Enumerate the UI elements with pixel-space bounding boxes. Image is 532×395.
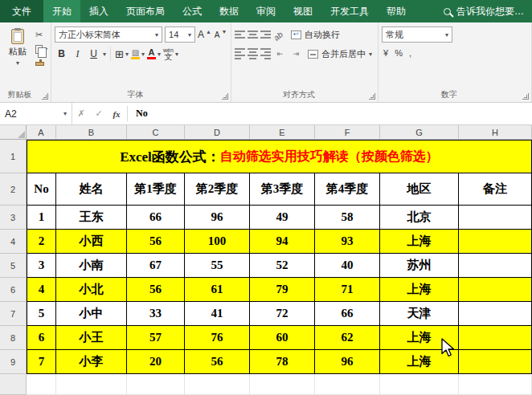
align-bottom-button[interactable] [260, 31, 271, 39]
font-dialog-launcher[interactable] [222, 93, 228, 100]
cell[interactable]: 52 [250, 254, 315, 278]
cell[interactable]: 49 [250, 206, 315, 230]
cell[interactable]: 7 [27, 350, 56, 374]
cell[interactable] [250, 374, 315, 395]
cell[interactable]: 小西 [56, 230, 127, 254]
cell[interactable]: 61 [185, 278, 250, 302]
header-cell[interactable]: 备注 [459, 173, 532, 206]
cell[interactable]: 72 [250, 302, 315, 326]
cell[interactable]: 4 [27, 278, 56, 302]
percent-style-button[interactable]: % [395, 48, 403, 58]
cell[interactable]: 小北 [56, 278, 127, 302]
cut-button[interactable]: ✂ [35, 30, 47, 40]
banner-cell[interactable]: Excel函数公式：自动筛选实用技巧解读（按颜色筛选） [27, 140, 532, 173]
copy-button[interactable]: ▾ [35, 44, 47, 55]
cell[interactable] [459, 230, 532, 254]
cell[interactable]: 76 [185, 326, 250, 350]
comma-style-button[interactable]: , [409, 48, 411, 58]
cell[interactable]: 北京 [380, 206, 459, 230]
cell[interactable]: 96 [315, 350, 380, 374]
header-cell[interactable]: 第2季度 [185, 173, 250, 206]
cell[interactable]: 56 [127, 278, 185, 302]
column-header-f[interactable]: F [315, 125, 380, 140]
tab-review[interactable]: 审阅 [248, 0, 284, 22]
cell[interactable]: 78 [250, 350, 315, 374]
align-center-button[interactable] [248, 48, 258, 59]
formula-input[interactable]: No [129, 103, 532, 124]
font-color-button[interactable]: A▾ [147, 46, 161, 62]
select-all-button[interactable] [0, 125, 27, 140]
cell[interactable]: 2 [27, 230, 56, 254]
cell[interactable]: 上海 [380, 230, 459, 254]
cell[interactable]: 57 [127, 326, 185, 350]
tab-data[interactable]: 数据 [211, 0, 248, 22]
header-cell[interactable]: No [27, 173, 56, 206]
accounting-format-button[interactable]: ¥ [383, 48, 388, 58]
column-header-b[interactable]: B [56, 125, 127, 140]
row-header-8[interactable]: 8 [0, 326, 27, 350]
chevron-down-icon[interactable]: ▾ [445, 31, 448, 39]
cell[interactable]: 20 [127, 350, 185, 374]
cell[interactable] [27, 374, 56, 395]
cell[interactable]: 58 [315, 206, 380, 230]
merge-center-button[interactable]: 合并后居中 ▾ [305, 45, 374, 63]
column-header-a[interactable]: A [27, 125, 56, 140]
borders-button[interactable]: ⊞▾ [115, 46, 129, 62]
cell[interactable]: 55 [185, 254, 250, 278]
cell[interactable]: 67 [127, 254, 185, 278]
cell[interactable]: 上海 [380, 350, 459, 374]
cell[interactable] [127, 374, 185, 395]
cell[interactable]: 3 [27, 254, 56, 278]
bold-button[interactable]: B [55, 46, 68, 62]
column-header-d[interactable]: D [185, 125, 250, 140]
chevron-down-icon[interactable]: ▾ [369, 51, 372, 58]
cell[interactable]: 96 [185, 206, 250, 230]
row-header-4[interactable]: 4 [0, 230, 27, 254]
row-header-9[interactable]: 9 [0, 350, 27, 374]
cell[interactable] [459, 374, 532, 395]
cell[interactable]: 上海 [380, 278, 459, 302]
cell[interactable]: 71 [315, 278, 380, 302]
cell[interactable]: 王东 [56, 206, 127, 230]
alignment-dialog-launcher[interactable] [369, 93, 375, 100]
increase-font-button[interactable]: A▲ [198, 26, 211, 43]
header-cell[interactable]: 地区 [380, 173, 459, 206]
decrease-indent-button[interactable]: ⇤ [273, 46, 287, 62]
paste-button[interactable]: 粘贴 ▾ [3, 25, 32, 69]
underline-dropdown-icon[interactable]: ▾ [103, 51, 106, 58]
number-format-combo[interactable]: 常规▾ [382, 26, 452, 43]
cell[interactable]: 100 [185, 230, 250, 254]
align-left-button[interactable] [235, 48, 245, 59]
align-top-button[interactable] [235, 31, 245, 39]
align-middle-button[interactable] [248, 31, 258, 39]
row-header-3[interactable]: 3 [0, 206, 27, 230]
cell[interactable]: 33 [127, 302, 185, 326]
cell[interactable]: 62 [315, 326, 380, 350]
cell[interactable] [459, 350, 532, 374]
insert-function-icon[interactable]: fx [108, 103, 125, 124]
tab-file[interactable]: 文件 [0, 0, 43, 22]
cell[interactable]: 93 [315, 230, 380, 254]
cell[interactable]: 天津 [380, 302, 459, 326]
row-header-1[interactable]: 1 [0, 140, 27, 173]
cell[interactable]: 79 [250, 278, 315, 302]
cell[interactable]: 56 [127, 230, 185, 254]
cell[interactable]: 上海 [380, 326, 459, 350]
cell[interactable]: 6 [27, 326, 56, 350]
italic-button[interactable]: I [71, 46, 84, 62]
cell[interactable] [459, 206, 532, 230]
column-header-c[interactable]: C [127, 125, 185, 140]
cell[interactable]: 60 [250, 326, 315, 350]
tab-developer[interactable]: 开发工具 [321, 0, 378, 22]
column-header-e[interactable]: E [250, 125, 315, 140]
cell[interactable]: 56 [185, 350, 250, 374]
fill-color-button[interactable]: ▨▾ [131, 46, 145, 62]
tab-page-layout[interactable]: 页面布局 [117, 0, 174, 22]
cell[interactable]: 40 [315, 254, 380, 278]
header-cell[interactable]: 姓名 [56, 173, 127, 206]
tell-me-search[interactable]: 告诉我你想要… [436, 0, 532, 22]
chevron-down-icon[interactable]: ▾ [155, 31, 158, 39]
font-name-combo[interactable]: 方正小标宋简体▾ [55, 26, 162, 43]
header-cell[interactable]: 第3季度 [250, 173, 315, 206]
row-header-7[interactable]: 7 [0, 302, 27, 326]
